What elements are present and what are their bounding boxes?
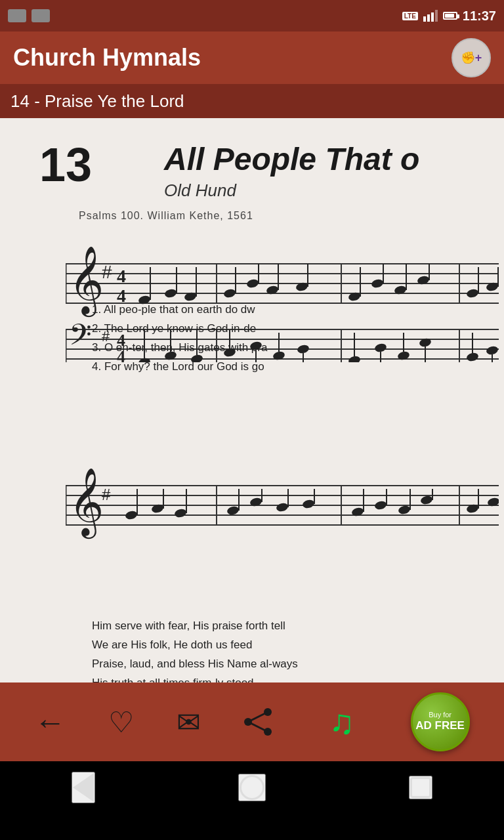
lte-badge: LTE [402,12,418,20]
hymn-name: All People That o [164,141,419,177]
nav-recents-button[interactable] [409,776,432,799]
heart-icon: ♡ [108,705,134,739]
svg-text:4: 4 [117,266,126,286]
hymn-source: Psalms 100. William Kethe, 1561 [79,210,253,222]
music-button[interactable]: ♫ [316,696,368,748]
svg-point-23 [223,288,236,299]
favorite-button[interactable]: ♡ [108,705,134,739]
svg-point-113 [420,495,433,505]
svg-point-97 [174,508,187,518]
nav-recents-icon [410,777,431,798]
svg-line-122 [248,712,268,722]
status-bar: LTE 11:37 [0,0,504,32]
mail-icon: ✉ [177,705,201,739]
share-button[interactable] [243,707,273,737]
hymn-subtitle: Old Hund [164,180,236,201]
svg-point-93 [125,510,138,520]
notification-icon-1 [8,9,26,22]
song-title: 14 - Praise Ye the Lord [10,91,184,112]
adfree-label: AD FREE [415,719,465,732]
status-left-icons [8,9,50,22]
buy-adfree-button[interactable]: Buy for AD FREE [411,692,470,751]
back-button[interactable]: ← [34,704,66,740]
battery-icon [443,12,457,20]
app-icon[interactable]: ✊+ [452,38,491,77]
svg-point-33 [371,278,384,289]
status-right-icons: LTE 11:37 [402,9,496,24]
svg-point-39 [466,288,479,299]
lyric-line-6: We are His folk, He doth us feed [92,636,491,655]
svg-text:𝄞: 𝄞 [69,469,104,539]
song-title-bar: 14 - Praise Ye the Lord [0,84,504,118]
svg-point-103 [276,502,289,513]
svg-text:#: # [102,262,112,282]
notification-icon-2 [32,9,50,22]
svg-rect-3 [435,10,438,22]
mail-button[interactable]: ✉ [177,705,201,739]
sheet-inner: 13 All People That o Old Hund Psalms 100… [0,118,504,682]
lyrics-top: 1. All peo-ple that on earth do dw 2. Th… [92,301,491,377]
app-icon-label: ✊+ [461,52,482,64]
svg-point-99 [226,505,240,516]
lyric-line-1: 1. All peo-ple that on earth do dw [92,301,491,320]
back-icon: ← [34,704,66,740]
lyric-line-8: His truth at all times firm-ly stood [92,674,491,682]
app-title: Church Hymnals [13,44,201,72]
svg-point-19 [164,288,177,299]
svg-rect-2 [431,12,434,22]
svg-point-109 [374,500,387,511]
music-note-icon: ♫ [329,702,354,742]
svg-point-105 [302,499,315,509]
nav-back-button[interactable] [72,772,95,803]
app-header: Church Hymnals ✊+ [0,32,504,84]
sheet-music: 13 All People That o Old Hund Psalms 100… [0,118,504,682]
nav-back-icon [73,773,94,802]
time-display: 11:37 [463,9,496,24]
bottom-staff-svg: 𝄞 # [66,466,499,551]
share-icon [243,707,273,737]
nav-bar [0,761,504,814]
svg-rect-1 [427,14,430,22]
svg-point-25 [246,278,259,289]
signal-icon [423,10,438,22]
svg-line-123 [248,722,268,732]
svg-point-111 [398,505,411,515]
nav-home-icon [240,775,264,800]
svg-text:𝄢: 𝄢 [69,319,92,358]
lyric-line-7: Praise, laud, and bless His Name al-ways [92,655,491,674]
lyric-line-2: 2. The Lord ye know is God in-de [92,320,491,339]
nav-home-button[interactable] [238,774,266,801]
buy-for-label: Buy for [429,711,452,719]
bottom-toolbar: ← ♡ ✉ ♫ Buy for AD FREE [0,682,504,761]
hymn-number: 13 [39,138,92,192]
svg-text:#: # [102,486,111,503]
lyric-line-4: 4. For why? the Lord our God is go [92,358,491,377]
lyric-line-5: Him serve with fear, His praise forth te… [92,617,491,636]
lyrics-bottom: Him serve with fear, His praise forth te… [92,617,491,682]
lyric-line-3: 3. O en-ter, then, His gates with pra [92,339,491,358]
svg-rect-0 [423,16,426,22]
